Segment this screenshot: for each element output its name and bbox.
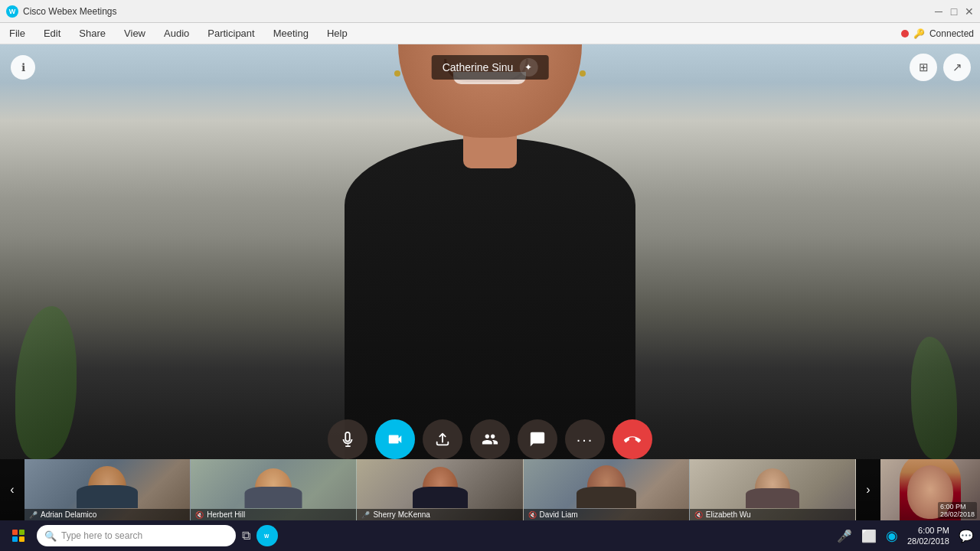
participants-button[interactable] (470, 419, 510, 459)
title-bar: W Cisco Webex Meetings ─ □ ✕ (0, 0, 980, 23)
thumb4-mic-icon: 🔇 (528, 511, 537, 519)
minimize-button[interactable]: ─ (934, 7, 943, 16)
thumb1-body (77, 485, 138, 508)
start-button[interactable] (6, 523, 31, 548)
thumb2-name: Herbert Hill (207, 510, 245, 519)
thumbnail-3[interactable]: 🎤 Sherry McKenna (357, 459, 523, 520)
thumb1-label: 🎤 Adrian Delamico (24, 509, 190, 520)
record-dot (901, 30, 909, 37)
person-icon (482, 431, 498, 448)
menu-view[interactable]: View (121, 26, 149, 41)
menu-share[interactable]: Share (76, 26, 109, 41)
menu-help[interactable]: Help (324, 26, 351, 41)
title-bar-left: W Cisco Webex Meetings (6, 5, 117, 18)
microphone-icon (339, 431, 356, 448)
earring-left (394, 70, 400, 77)
thumb1-name: Adrian Delamico (41, 510, 96, 519)
maximize-button[interactable]: □ (949, 7, 959, 16)
pin-icon[interactable]: ✦ (519, 58, 537, 77)
taskbar-search[interactable]: 🔍 Type here to search (37, 525, 236, 546)
more-button[interactable]: ··· (565, 419, 605, 459)
search-placeholder: Type here to search (61, 530, 142, 541)
thumb3-body (413, 487, 468, 508)
thumb4-body (577, 487, 636, 508)
connection-status: 🔑 Connected (901, 28, 974, 39)
task-view-icon[interactable]: ⧉ (242, 529, 250, 543)
top-right-controls: ⊞ ↗ (910, 54, 971, 81)
thumb5-mic-icon: 🔇 (694, 511, 703, 519)
self-view: 6:00 PM 28/02/2018 (880, 459, 980, 520)
thumbnail-4[interactable]: 🔇 David Liam (524, 459, 690, 520)
webex-icon: W (261, 530, 273, 542)
title-bar-controls: ─ □ ✕ (934, 7, 974, 16)
system-time: 6:00 PM 28/02/2018 (907, 525, 949, 547)
svg-text:W: W (264, 533, 270, 539)
menu-meeting[interactable]: Meeting (270, 26, 312, 41)
close-button[interactable]: ✕ (965, 7, 974, 16)
share-button[interactable] (423, 419, 462, 459)
video-button[interactable] (375, 419, 415, 459)
thumbnail-strip: ‹ 🎤 Adrian Delamico (0, 459, 980, 520)
menu-participant[interactable]: Participant (204, 26, 257, 41)
self-view-time: 6:00 PM 28/02/2018 (938, 502, 977, 519)
thumbnail-1[interactable]: 🎤 Adrian Delamico (24, 459, 191, 520)
end-call-icon (624, 431, 641, 448)
thumb3-name: Sherry McKenna (373, 510, 430, 519)
menu-bar: File Edit Share View Audio Participant M… (0, 23, 980, 44)
notification-icon[interactable]: 💬 (959, 529, 974, 543)
taskbar: 🔍 Type here to search ⧉ W 🎤 ⬜ ◉ 6:00 PM … (0, 520, 980, 551)
thumb2-body (245, 487, 302, 508)
thumbnail-5[interactable]: 🔇 Elizabeth Wu (690, 459, 856, 520)
thumb1-mic-icon: 🎤 (29, 511, 38, 519)
taskbar-time-area: 6:00 PM 28/02/2018 (907, 525, 949, 547)
thumb3-mic-icon: 🎤 (361, 511, 370, 519)
main-video-area: ℹ Catherine Sinu ✦ ⊞ ↗ (0, 44, 980, 520)
earring-right (580, 70, 586, 77)
menu-file[interactable]: File (6, 26, 28, 41)
menu-edit[interactable]: Edit (41, 26, 64, 41)
taskbar-right: 🎤 ⬜ ◉ 6:00 PM 28/02/2018 💬 (837, 525, 974, 547)
chat-icon (529, 431, 546, 448)
thumb5-name: Elizabeth Wu (706, 510, 751, 519)
info-button[interactable]: ℹ (11, 55, 35, 80)
menu-audio[interactable]: Audio (161, 26, 192, 41)
end-call-button[interactable] (612, 419, 652, 459)
thumb4-name: David Liam (540, 510, 578, 519)
chat-button[interactable] (518, 419, 557, 459)
share-icon (434, 431, 451, 448)
thumb5-label: 🔇 Elizabeth Wu (690, 509, 855, 520)
speaker-badge: Catherine Sinu ✦ (432, 55, 549, 80)
webex-taskbar-icon[interactable]: W (256, 525, 278, 546)
search-icon: 🔍 (44, 530, 57, 542)
connection-label: Connected (929, 28, 974, 39)
next-thumbnail-button[interactable]: › (856, 459, 880, 520)
multitasking-icon[interactable]: ⬜ (861, 529, 877, 543)
control-bar: ··· (328, 419, 652, 459)
app-title: Cisco Webex Meetings (23, 6, 117, 17)
more-dots-icon: ··· (577, 431, 594, 448)
thumbnails-container: 🎤 Adrian Delamico 🔇 Herbert Hill (24, 459, 856, 520)
thumb3-label: 🎤 Sherry McKenna (357, 509, 522, 520)
app-logo: W (6, 5, 18, 18)
fullscreen-button[interactable]: ↗ (943, 54, 971, 81)
thumbnail-2[interactable]: 🔇 Herbert Hill (191, 459, 357, 520)
lock-icon: 🔑 (913, 28, 925, 39)
mic-taskbar-icon[interactable]: 🎤 (837, 529, 852, 543)
camera-icon (387, 431, 403, 448)
thumb5-body (746, 488, 799, 508)
thumb2-label: 🔇 Herbert Hill (191, 509, 356, 520)
windows-logo (12, 530, 24, 542)
speaker-name: Catherine Sinu (443, 61, 514, 73)
prev-thumbnail-button[interactable]: ‹ (0, 459, 24, 520)
thumb2-mic-icon: 🔇 (195, 511, 204, 519)
cortana-icon[interactable]: ◉ (886, 527, 898, 544)
grid-view-button[interactable]: ⊞ (910, 54, 937, 81)
thumb4-label: 🔇 David Liam (524, 509, 689, 520)
mute-button[interactable] (328, 419, 368, 459)
